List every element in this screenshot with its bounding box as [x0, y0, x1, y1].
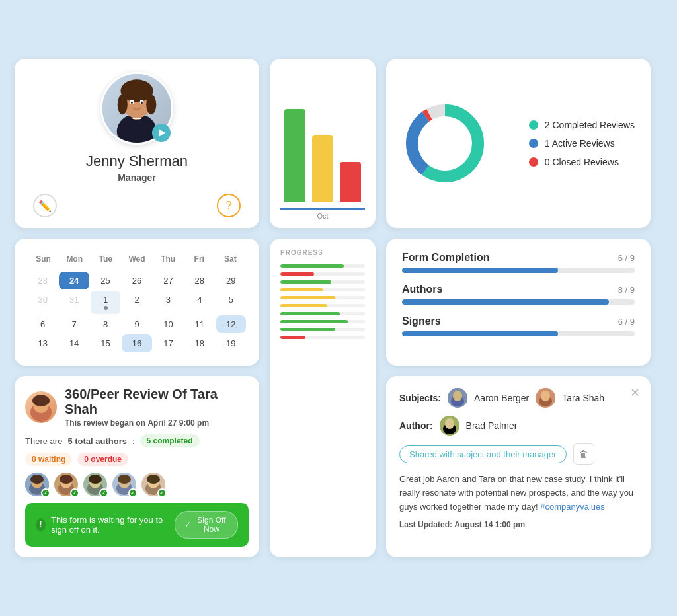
cal-day-25[interactable]: 25: [91, 272, 120, 289]
metric-form-fill: [402, 268, 558, 273]
prog-row-1: [280, 264, 365, 268]
bar-red: [340, 162, 361, 202]
calendar-header: Sun Mon Tue Wed Thu Fri Sat: [28, 252, 246, 266]
prog-bg-4: [280, 288, 365, 291]
comment-hashtag: #companyvalues: [540, 502, 605, 512]
cal-day-17[interactable]: 17: [153, 334, 183, 352]
cal-day-7[interactable]: 7: [59, 315, 89, 333]
cal-day-5[interactable]: 5: [216, 291, 246, 314]
prog-bg-5: [280, 296, 365, 299]
subject1-avatar: [448, 388, 467, 408]
svg-point-28: [60, 475, 73, 484]
play-button[interactable]: [152, 124, 171, 142]
sign-off-btn-label: Sign Off Now: [195, 516, 228, 534]
svg-point-20: [32, 395, 50, 406]
stats-total: 5 total authors: [67, 436, 127, 446]
cal-day-10[interactable]: 10: [153, 315, 183, 333]
prog-bg-3: [280, 280, 365, 284]
review-header: 360/Peer Review Of Tara Shah This review…: [25, 387, 249, 428]
cal-day-23[interactable]: 23: [28, 272, 58, 289]
shared-tag-row: Shared with subject and their manager 🗑: [399, 443, 637, 465]
svg-point-49: [445, 418, 454, 429]
prog-fill-7: [280, 312, 340, 315]
prog-row-2: [280, 272, 365, 276]
metric-form-bg: [402, 268, 635, 273]
close-button[interactable]: ✕: [630, 385, 640, 400]
cal-day-2[interactable]: 2: [122, 291, 151, 314]
author-avatar-1: ✓: [25, 473, 49, 496]
bar-green: [284, 109, 305, 202]
svg-point-24: [30, 475, 44, 484]
legend-closed: 0 Closed Reviews: [529, 157, 635, 167]
edit-button[interactable]: ✏️: [33, 194, 57, 217]
review-subtitle-date: April 27 9:00 pm: [147, 418, 209, 428]
prog-fill-3: [280, 280, 331, 284]
badge-overdue: 0 overdue: [77, 453, 128, 466]
sign-off-button[interactable]: ✓ Sign Off Now: [175, 511, 238, 539]
progress-label: PROGRESS: [280, 249, 365, 256]
help-button[interactable]: ?: [217, 194, 241, 217]
cal-day-19[interactable]: 19: [216, 334, 246, 352]
cal-day-13[interactable]: 13: [28, 334, 58, 352]
author-avatar-5: ✓: [141, 473, 165, 496]
cal-day-29[interactable]: 29: [216, 272, 246, 289]
prog-row-3: [280, 280, 365, 284]
profile-photo-wrapper: [100, 72, 173, 145]
check-2: ✓: [70, 488, 79, 498]
badge-waiting: 0 waiting: [25, 453, 72, 466]
svg-point-46: [541, 391, 550, 401]
cal-day-3[interactable]: 3: [153, 291, 183, 314]
updated-date: August 14 1:00 pm: [454, 520, 525, 529]
svg-point-11: [131, 101, 133, 104]
prog-row-8: [280, 320, 365, 323]
subject2-name: Tara Shah: [562, 393, 604, 403]
check-3: ✓: [99, 488, 108, 498]
cal-day-18[interactable]: 18: [184, 334, 214, 352]
metric-form-completion: Form Completion 6 / 9: [402, 252, 635, 273]
shared-tag: Shared with subject and their manager: [399, 445, 567, 463]
warning-icon: !: [36, 518, 46, 531]
cal-day-15[interactable]: 15: [91, 334, 120, 352]
cal-day-31[interactable]: 31: [59, 291, 89, 314]
cal-day-27[interactable]: 27: [153, 272, 183, 289]
bar-baseline: [280, 208, 365, 210]
subject2-avatar: [536, 388, 555, 408]
cal-day-4[interactable]: 4: [184, 291, 214, 314]
cal-day-26[interactable]: 26: [122, 272, 151, 289]
cal-day-14[interactable]: 14: [59, 334, 89, 352]
metric-authors-value: 8 / 9: [618, 285, 635, 295]
cal-day-28[interactable]: 28: [184, 272, 214, 289]
cal-day-24-today[interactable]: 24: [59, 272, 89, 289]
metric-authors-bg: [402, 299, 635, 305]
legend-completed: 2 Completed Reviews: [529, 120, 635, 130]
metric-signers-fill: [402, 331, 558, 336]
cal-day-11[interactable]: 11: [184, 315, 214, 333]
metric-signers-header: Signers 6 / 9: [402, 315, 635, 327]
author-avatar-4: ✓: [112, 473, 136, 496]
prog-row-9: [280, 328, 365, 331]
day-tue: Tue: [90, 252, 121, 266]
active-dot: [529, 139, 538, 148]
cal-day-1[interactable]: 1: [91, 291, 120, 314]
sign-off-check-icon: ✓: [184, 520, 191, 529]
cal-day-9[interactable]: 9: [122, 315, 151, 333]
active-label: 1 Active Reviews: [545, 138, 615, 149]
svg-point-8: [146, 95, 156, 114]
prog-bg-1: [280, 264, 365, 268]
cal-day-6[interactable]: 6: [28, 315, 58, 333]
cal-day-12[interactable]: 12: [216, 315, 246, 333]
svg-point-32: [89, 475, 102, 484]
check-5: ✓: [157, 488, 167, 498]
bar-chart: [284, 96, 361, 202]
day-sat: Sat: [215, 252, 246, 266]
prog-bg-6: [280, 304, 365, 307]
prog-fill-10: [280, 336, 305, 339]
calendar-grid: 23 24 25 26 27 28 29 30 31 1 2 3 4 5 6 7…: [28, 272, 246, 352]
prog-fill-2: [280, 272, 314, 276]
review-stats: There are 5 total authors : 5 completed …: [25, 434, 249, 466]
trash-button[interactable]: 🗑: [573, 443, 594, 465]
cal-day-16[interactable]: 16: [122, 334, 151, 352]
cal-day-30[interactable]: 30: [28, 291, 58, 314]
cal-day-8[interactable]: 8: [91, 315, 120, 333]
prog-fill-8: [280, 320, 348, 323]
